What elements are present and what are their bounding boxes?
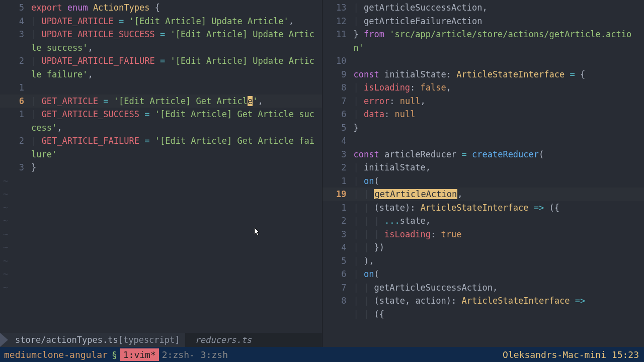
line-number: 1 [0, 81, 31, 95]
code-line[interactable]: 19| | getArticleAction, [323, 188, 645, 201]
left-code-area[interactable]: 5export enum ActionTypes {4| UPDATE_ARTI… [0, 0, 322, 333]
code-content[interactable]: | initialState, [354, 161, 645, 174]
code-content[interactable]: | GET_ARTICLE_SUCCESS = '[Edit Article] … [31, 108, 322, 134]
code-line[interactable]: 1 [0, 81, 322, 95]
left-pane[interactable]: 5export enum ActionTypes {4| UPDATE_ARTI… [0, 0, 323, 347]
code-line[interactable]: 2| UPDATE_ARTICLE_FAILURE = '[Edit Artic… [0, 54, 322, 81]
line-number: 2 [323, 214, 354, 228]
code-line[interactable]: 6| data: null [323, 108, 645, 121]
line-number: 1 [323, 174, 354, 188]
line-number: 3 [0, 161, 31, 174]
line-number: 2 [0, 54, 31, 81]
code-line[interactable]: 3| UPDATE_ARTICLE_SUCCESS = '[Edit Artic… [0, 28, 322, 54]
code-line[interactable]: 3| | | isLoading: true [323, 228, 645, 241]
code-content[interactable] [31, 81, 322, 95]
code-content[interactable]: | | (state, action): ArticleStateInterfa… [354, 294, 645, 308]
code-content[interactable]: | | getArticleSuccessAction, [354, 281, 645, 295]
line-number: 5 [0, 1, 31, 15]
line-number: 3 [323, 228, 354, 241]
line-number: 4 [0, 15, 31, 28]
code-line[interactable]: 6| GET_ARTICLE = '[Edit Article] Get Art… [0, 95, 322, 108]
code-content[interactable]: | UPDATE_ARTICLE_FAILURE = '[Edit Articl… [31, 54, 322, 81]
code-line[interactable]: 4| UPDATE_ARTICLE = '[Edit Article] Upda… [0, 15, 322, 28]
code-line[interactable]: 4| | }) [323, 241, 645, 254]
code-line[interactable]: 12| getArticleFailureAction [323, 15, 645, 28]
right-pane[interactable]: 13| getArticleSuccessAction,12| getArtic… [323, 0, 645, 347]
editor-area: 5export enum ActionTypes {4| UPDATE_ARTI… [0, 0, 644, 347]
empty-line-tilde: ~ [0, 254, 322, 268]
line-number: 4 [323, 134, 354, 148]
code-line[interactable]: 2| initialState, [323, 161, 645, 174]
code-content[interactable]: | UPDATE_ARTICLE = '[Edit Article] Updat… [31, 15, 322, 28]
empty-line-tilde: ~ [0, 188, 322, 201]
line-number: 7 [323, 281, 354, 295]
line-number: 1 [0, 108, 31, 134]
code-content[interactable]: | on( [354, 174, 645, 188]
code-line[interactable]: 7| | getArticleSuccessAction, [323, 281, 645, 295]
line-number: 6 [323, 267, 354, 281]
code-content[interactable]: const initialState: ArticleStateInterfac… [354, 68, 645, 81]
code-content[interactable]: | GET_ARTICLE_FAILURE = '[Edit Article] … [31, 134, 322, 161]
line-number: 2 [323, 161, 354, 174]
code-line[interactable]: 13| getArticleSuccessAction, [323, 1, 645, 15]
tmux-session-name: mediumclone-angular [0, 349, 112, 360]
tmux-window-3[interactable]: 3:zsh [198, 349, 231, 360]
line-number: 1 [323, 201, 354, 215]
code-line[interactable]: 2| | | ...state, [323, 214, 645, 228]
code-line[interactable]: 5export enum ActionTypes { [0, 1, 322, 15]
tmux-statusline: mediumclone-angular § 1:vim* 2:zsh- 3:zs… [0, 347, 644, 362]
code-line[interactable]: 9const initialState: ArticleStateInterfa… [323, 68, 645, 81]
code-content[interactable]: | | }) [354, 241, 645, 254]
code-line[interactable]: 1| on( [323, 174, 645, 188]
code-content[interactable]: | on( [354, 267, 645, 281]
code-content[interactable]: } [354, 121, 645, 135]
code-content[interactable]: | UPDATE_ARTICLE_SUCCESS = '[Edit Articl… [31, 28, 322, 54]
code-content[interactable]: const articleReducer = createReducer( [354, 148, 645, 161]
code-line[interactable]: 3const articleReducer = createReducer( [323, 148, 645, 161]
code-line[interactable]: 8| isLoading: false, [323, 81, 645, 95]
line-number: 9 [323, 68, 354, 81]
code-line[interactable]: 11} from 'src/app/article/store/actions/… [323, 28, 645, 54]
code-line[interactable]: 5} [323, 121, 645, 135]
code-content[interactable] [354, 134, 645, 148]
empty-line-tilde: ~ [0, 174, 322, 188]
right-code-area[interactable]: 13| getArticleSuccessAction,12| getArtic… [323, 0, 645, 347]
code-content[interactable] [354, 54, 645, 68]
code-content[interactable]: | getArticleSuccessAction, [354, 1, 645, 15]
code-content[interactable]: | isLoading: false, [354, 81, 645, 95]
code-content[interactable]: | | | isLoading: true [354, 228, 645, 241]
code-line[interactable]: 6| on( [323, 267, 645, 281]
line-number: 19 [323, 188, 354, 201]
line-number: 3 [0, 28, 31, 54]
code-content[interactable]: | | ({ [354, 308, 645, 321]
code-line[interactable]: 2| GET_ARTICLE_FAILURE = '[Edit Article]… [0, 134, 322, 161]
code-content[interactable]: | | | ...state, [354, 214, 645, 228]
left-status-filetype: [typescript] [118, 335, 185, 345]
code-content[interactable]: | GET_ARTICLE = '[Edit Article] Get Arti… [31, 95, 322, 108]
code-line[interactable]: 4 [323, 134, 645, 148]
code-line[interactable]: | | ({ [323, 308, 645, 321]
empty-line-tilde: ~ [0, 241, 322, 254]
empty-line-tilde: ~ [0, 201, 322, 215]
code-content[interactable]: | error: null, [354, 95, 645, 108]
code-line[interactable]: 1| GET_ARTICLE_SUCCESS = '[Edit Article]… [0, 108, 322, 134]
line-number: 10 [323, 54, 354, 68]
code-content[interactable]: | data: null [354, 108, 645, 121]
code-line[interactable]: 7| error: null, [323, 95, 645, 108]
code-line[interactable]: 5| ), [323, 254, 645, 268]
line-number: 11 [323, 28, 354, 54]
code-content[interactable]: } from 'src/app/article/store/actions/ge… [354, 28, 645, 54]
code-content[interactable]: | | getArticleAction, [354, 188, 645, 201]
code-content[interactable]: | | (state): ArticleStateInterface => ({ [354, 201, 645, 215]
code-line[interactable]: 8| | (state, action): ArticleStateInterf… [323, 294, 645, 308]
code-content[interactable]: export enum ActionTypes { [31, 1, 322, 15]
code-line[interactable]: 1| | (state): ArticleStateInterface => (… [323, 201, 645, 215]
tmux-window-2[interactable]: 2:zsh- [159, 349, 198, 360]
tmux-window-active[interactable]: 1:vim* [120, 348, 159, 361]
code-line[interactable]: 3} [0, 161, 322, 174]
code-content[interactable]: } [31, 161, 322, 174]
code-content[interactable]: | getArticleFailureAction [354, 15, 645, 28]
code-content[interactable]: | ), [354, 254, 645, 268]
code-line[interactable]: 10 [323, 54, 645, 68]
line-number: 3 [323, 148, 354, 161]
